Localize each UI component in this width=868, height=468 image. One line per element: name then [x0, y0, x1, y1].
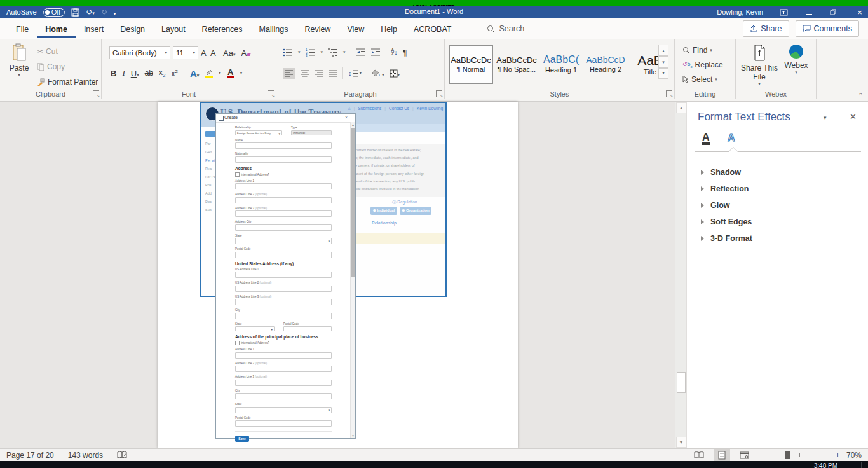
style-card[interactable]: AaBbC(Heading 1 — [540, 46, 582, 83]
effect-section-reflection[interactable]: Reflection — [701, 181, 752, 197]
modal-field: Address Line 3 (optional) — [235, 375, 332, 386]
clipboard-dialog-launcher[interactable] — [93, 90, 99, 97]
styles-dialog-launcher[interactable] — [666, 90, 672, 97]
paragraph-dialog-launcher[interactable] — [436, 90, 442, 97]
borders-button[interactable]: ▾ — [390, 69, 400, 78]
align-right-button[interactable] — [315, 70, 323, 77]
search-box[interactable]: Search — [487, 24, 525, 33]
style-name: Heading 2 — [590, 65, 621, 73]
page-indicator[interactable]: Page 17 of 20 — [6, 451, 54, 460]
share-this-file-button[interactable]: Share This File ▾ — [741, 45, 778, 86]
effect-section-shadow[interactable]: Shadow — [701, 164, 752, 181]
styles-group-label: Styles — [445, 90, 674, 98]
format-painter-button[interactable]: Format Painter — [37, 78, 98, 86]
tab-view[interactable]: View — [339, 20, 372, 38]
numbering-button[interactable]: 123 — [306, 48, 316, 57]
italic-button[interactable]: I — [122, 68, 125, 78]
increase-indent-button[interactable] — [371, 48, 381, 56]
sort-button[interactable]: AZ ↓ — [391, 48, 398, 56]
strikethrough-button[interactable]: ab — [145, 69, 153, 78]
tab-mailings[interactable]: Mailings — [251, 20, 297, 38]
bullets-button[interactable] — [283, 48, 293, 57]
scroll-down-button[interactable]: ▼ — [676, 437, 686, 448]
underline-button[interactable]: U▾ — [131, 69, 139, 78]
styles-scroll-down-button[interactable]: ▾ — [658, 56, 668, 67]
styles-more-button[interactable]: ▾ — [658, 67, 668, 79]
effect-section-3-d-format[interactable]: 3-D Format — [701, 230, 752, 247]
highlight-button[interactable] — [205, 69, 213, 78]
styles-scroll-up-button[interactable]: ▴ — [658, 45, 668, 56]
document-scrollbar[interactable]: ▲ ▼ — [675, 102, 686, 448]
clear-formatting-button[interactable]: A — [241, 48, 250, 58]
bold-button[interactable]: B — [111, 69, 116, 78]
font-color-button[interactable]: A — [227, 69, 234, 78]
tab-acrobat[interactable]: ACROBAT — [405, 20, 460, 38]
text-effects-tab[interactable]: A — [728, 132, 735, 144]
webex-button[interactable]: Webex ▾ — [782, 45, 811, 75]
style-card[interactable]: AaBbCcDc¶ No Spac... — [496, 46, 538, 83]
scroll-thumb[interactable] — [677, 372, 686, 393]
zoom-percentage[interactable]: 70% — [846, 451, 862, 460]
web-layout-button[interactable] — [736, 449, 753, 461]
tab-layout[interactable]: Layout — [153, 20, 194, 38]
change-case-button[interactable]: Aa▾ — [223, 48, 235, 58]
effect-section-glow[interactable]: Glow — [701, 197, 752, 214]
font-dialog-launcher[interactable] — [268, 90, 274, 97]
align-left-button[interactable] — [283, 68, 295, 79]
treasury-body-line: n; the immediate, each intermediate, and — [355, 154, 444, 162]
embedded-image-create-modal[interactable]: Create × Relationship Foreign Person tha… — [215, 113, 356, 439]
task-pane-close-icon[interactable]: ✕ — [850, 112, 857, 121]
select-button[interactable]: Select▾ — [682, 75, 717, 84]
tab-insert[interactable]: Insert — [76, 20, 112, 38]
shading-button[interactable]: ▾ — [372, 69, 384, 78]
tab-review[interactable]: Review — [296, 20, 339, 38]
replace-button[interactable]: ↺bc Replace — [682, 60, 723, 69]
tab-design[interactable]: Design — [112, 20, 153, 38]
paste-button[interactable]: Paste ▾ — [6, 43, 32, 78]
tab-file[interactable]: File — [8, 20, 37, 38]
scroll-up-button[interactable]: ▲ — [676, 102, 686, 113]
text-effects-button[interactable]: A▾ — [190, 68, 199, 79]
subscript-button[interactable]: x2 — [159, 68, 165, 78]
tab-references[interactable]: References — [194, 20, 251, 38]
read-mode-button[interactable] — [691, 449, 707, 461]
modal-fields: NameNationalityAddressInternational Addr… — [235, 139, 332, 427]
zoom-slider[interactable] — [770, 449, 829, 461]
pilcrow-button[interactable]: ¶ — [403, 48, 407, 57]
zoom-out-button[interactable]: − — [759, 450, 764, 460]
justify-button[interactable] — [329, 70, 337, 77]
multilevel-list-button[interactable] — [328, 48, 338, 57]
find-button[interactable]: Find▾ — [682, 46, 712, 55]
share-button[interactable]: Share — [743, 20, 789, 37]
grow-font-button[interactable]: Aˆ — [201, 48, 208, 58]
decrease-indent-button[interactable] — [356, 48, 366, 56]
print-layout-button[interactable] — [714, 449, 730, 461]
word-count[interactable]: 143 words — [68, 451, 103, 460]
style-card[interactable]: AaBbCcDc¶ Normal — [449, 45, 493, 84]
text-input — [235, 313, 332, 319]
comments-button[interactable]: Comments — [796, 20, 859, 37]
align-center-button[interactable] — [301, 70, 309, 77]
font-size-combo[interactable]: 11▾ — [173, 46, 198, 59]
present-icon[interactable] — [780, 8, 788, 16]
tab-home[interactable]: Home — [37, 20, 76, 38]
proofing-icon[interactable] — [117, 451, 127, 459]
search-label: Search — [499, 24, 525, 33]
tab-help[interactable]: Help — [372, 20, 405, 38]
task-pane-menu-icon[interactable]: ▾ — [824, 114, 827, 121]
text-fill-outline-tab[interactable]: A — [702, 132, 710, 145]
close-button[interactable]: × — [855, 8, 864, 17]
modal-field: Postal Code — [235, 416, 332, 427]
collapse-ribbon-icon[interactable]: ⌃ — [858, 92, 863, 99]
style-card[interactable]: AaBbCcDHeading 2 — [585, 46, 627, 83]
shrink-font-button[interactable]: Aˇ — [210, 48, 217, 58]
superscript-button[interactable]: x2 — [171, 69, 177, 78]
zoom-slider-thumb[interactable] — [785, 451, 790, 459]
minimize-button[interactable] — [804, 8, 813, 16]
zoom-in-button[interactable]: + — [835, 450, 840, 460]
effect-section-soft-edges[interactable]: Soft Edges — [701, 214, 752, 230]
font-name-combo[interactable]: Calibri (Body)▾ — [109, 46, 170, 59]
text-input — [235, 210, 332, 217]
restore-button[interactable] — [830, 9, 839, 15]
line-spacing-button[interactable]: ↕ ▾ — [348, 69, 362, 77]
